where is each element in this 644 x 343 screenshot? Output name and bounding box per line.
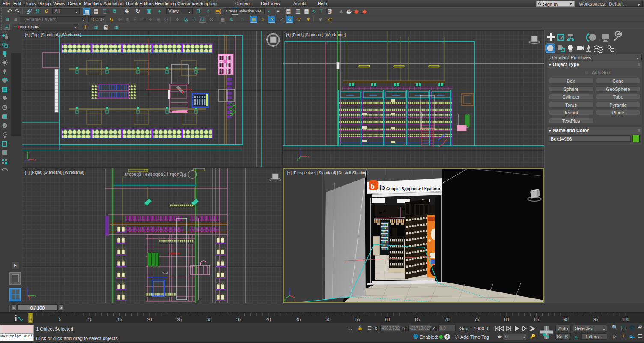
- svg-text:▬▬▬: ▬▬▬: [346, 94, 354, 96]
- svg-text:ld: ld: [182, 172, 186, 178]
- svg-text:35: 35: [236, 317, 242, 322]
- svg-text:Jivel: Jivel: [162, 272, 168, 275]
- svg-text:65: 65: [415, 317, 420, 322]
- svg-text:80: 80: [504, 317, 509, 322]
- svg-text:✕: ✕: [190, 88, 193, 92]
- svg-text:20: 20: [147, 317, 152, 322]
- svg-text:x: x: [29, 297, 30, 301]
- svg-text:50: 50: [325, 317, 331, 322]
- svg-text:y: y: [297, 157, 298, 161]
- svg-text:Спорт I Здоровье I Красота: Спорт I Здоровье I Красота: [386, 187, 441, 191]
- svg-text:x: x: [307, 155, 309, 159]
- svg-text:▬▬▬: ▬▬▬: [369, 94, 377, 96]
- svg-text:lb: lb: [379, 184, 385, 191]
- svg-text:y: y: [34, 294, 36, 298]
- svg-text:75: 75: [474, 317, 480, 322]
- svg-text:95: 95: [593, 317, 599, 322]
- svg-text:x: x: [34, 158, 36, 162]
- svg-text:25: 25: [177, 317, 182, 322]
- svg-text:y: y: [345, 259, 347, 263]
- svg-text:90: 90: [564, 317, 569, 322]
- svg-text:40: 40: [266, 317, 271, 322]
- svg-text:Спорт I Здоровье I Красота: Спорт I Здоровье I Красота: [124, 172, 182, 177]
- svg-text:100: 100: [622, 317, 629, 322]
- svg-text:z: z: [300, 147, 301, 150]
- svg-text:✕: ✕: [403, 143, 405, 146]
- svg-text:5: 5: [371, 182, 375, 190]
- svg-text:▬▬▬: ▬▬▬: [437, 94, 445, 96]
- svg-text:y: y: [284, 298, 286, 301]
- svg-text:55: 55: [355, 317, 361, 322]
- svg-text:60: 60: [385, 317, 390, 322]
- svg-text:15: 15: [117, 317, 122, 322]
- svg-text:0: 0: [29, 317, 32, 322]
- svg-text:y: y: [27, 150, 28, 153]
- svg-text:x: x: [294, 298, 295, 302]
- svg-text:85: 85: [534, 317, 539, 322]
- svg-text:z: z: [27, 286, 28, 289]
- svg-text:z: z: [289, 286, 290, 290]
- svg-text:70: 70: [444, 317, 450, 322]
- svg-text:▬▬▬: ▬▬▬: [392, 94, 400, 96]
- svg-text:10: 10: [87, 317, 92, 322]
- svg-text:30: 30: [206, 317, 212, 322]
- svg-text:5: 5: [59, 317, 62, 322]
- svg-text:45: 45: [296, 317, 301, 322]
- svg-text:z: z: [24, 159, 26, 163]
